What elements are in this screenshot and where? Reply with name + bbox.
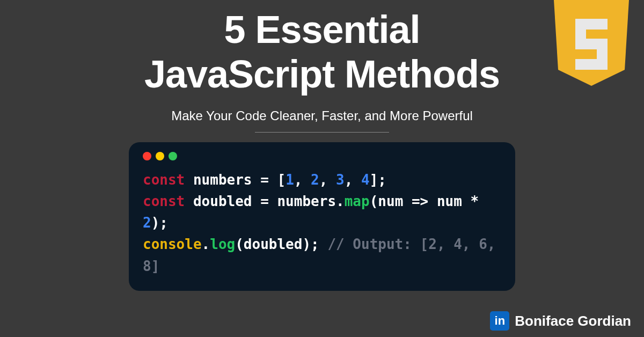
author-credit: in Boniface Gordian	[490, 311, 631, 331]
code-line-4: console.log(doubled); // Output: [2, 4, …	[143, 233, 501, 277]
author-name: Boniface Gordian	[515, 313, 631, 329]
code-line-1: const numbers = [1, 2, 3, 4];	[143, 169, 501, 191]
title-line-1: 5 Essential	[224, 8, 420, 51]
code-block: const numbers = [1, 2, 3, 4]; const doub…	[143, 169, 501, 277]
code-line-2: const doubled = numbers.map(num => num *	[143, 191, 501, 212]
page-title: 5 Essential JavaScript Methods	[0, 0, 644, 97]
divider	[255, 132, 389, 133]
code-window: const numbers = [1, 2, 3, 4]; const doub…	[129, 142, 515, 291]
code-line-3: 2);	[143, 212, 501, 233]
subtitle: Make Your Code Cleaner, Faster, and More…	[0, 108, 644, 123]
linkedin-icon: in	[490, 311, 509, 331]
title-line-2: JavaScript Methods	[144, 53, 500, 96]
window-controls	[143, 152, 501, 160]
close-icon	[143, 152, 151, 160]
es6-badge-icon	[548, 0, 634, 93]
minimize-icon	[156, 152, 164, 160]
maximize-icon	[169, 152, 177, 160]
